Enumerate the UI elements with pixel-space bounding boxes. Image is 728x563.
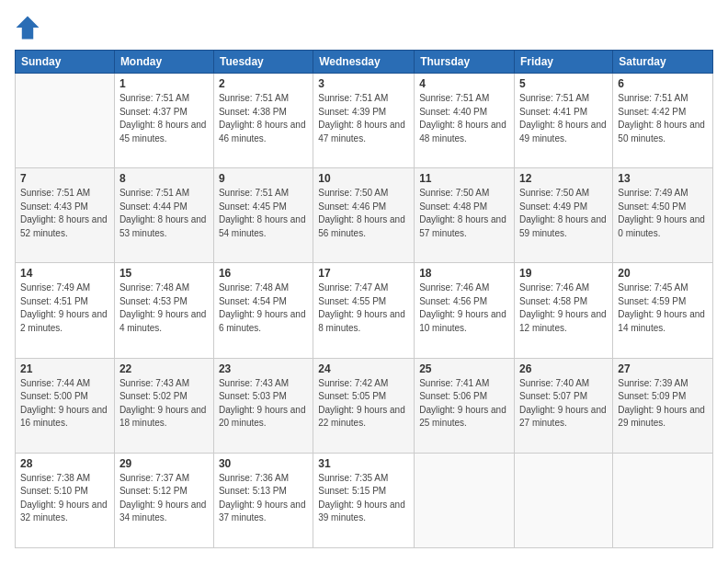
day-cell xyxy=(16,74,115,168)
day-cell: 2Sunrise: 7:51 AMSunset: 4:38 PMDaylight… xyxy=(213,74,313,168)
day-number: 27 xyxy=(618,362,708,375)
day-number: 1 xyxy=(119,77,209,90)
week-row-3: 14Sunrise: 7:49 AMSunset: 4:51 PMDayligh… xyxy=(16,263,713,358)
day-info: Sunrise: 7:41 AMSunset: 5:06 PMDaylight:… xyxy=(419,377,509,431)
day-cell xyxy=(515,453,613,547)
day-number: 11 xyxy=(419,172,509,185)
day-cell: 18Sunrise: 7:46 AMSunset: 4:56 PMDayligh… xyxy=(415,263,515,358)
day-cell: 17Sunrise: 7:47 AMSunset: 4:55 PMDayligh… xyxy=(313,263,415,358)
week-row-1: 1Sunrise: 7:51 AMSunset: 4:37 PMDaylight… xyxy=(16,74,713,168)
day-number: 30 xyxy=(219,457,308,470)
day-cell: 27Sunrise: 7:39 AMSunset: 5:09 PMDayligh… xyxy=(613,358,713,453)
header xyxy=(15,15,713,40)
day-number: 15 xyxy=(119,267,209,280)
day-info: Sunrise: 7:43 AMSunset: 5:03 PMDaylight:… xyxy=(219,377,308,431)
day-number: 13 xyxy=(618,172,708,185)
day-number: 17 xyxy=(318,267,409,280)
day-info: Sunrise: 7:48 AMSunset: 4:54 PMDaylight:… xyxy=(219,282,308,335)
day-cell: 9Sunrise: 7:51 AMSunset: 4:45 PMDaylight… xyxy=(213,168,313,263)
day-number: 3 xyxy=(318,77,409,90)
day-number: 14 xyxy=(20,267,109,280)
day-info: Sunrise: 7:51 AMSunset: 4:40 PMDaylight:… xyxy=(419,92,509,145)
day-number: 12 xyxy=(519,172,608,185)
day-cell: 20Sunrise: 7:45 AMSunset: 4:59 PMDayligh… xyxy=(613,263,713,358)
day-number: 16 xyxy=(219,267,308,280)
day-info: Sunrise: 7:38 AMSunset: 5:10 PMDaylight:… xyxy=(20,472,109,525)
day-number: 24 xyxy=(318,362,409,375)
day-number: 4 xyxy=(419,77,509,90)
day-info: Sunrise: 7:37 AMSunset: 5:12 PMDaylight:… xyxy=(119,472,209,525)
header-row: SundayMondayTuesdayWednesdayThursdayFrid… xyxy=(16,51,713,74)
day-number: 20 xyxy=(618,267,708,280)
day-number: 31 xyxy=(318,457,409,470)
day-info: Sunrise: 7:46 AMSunset: 4:58 PMDaylight:… xyxy=(519,282,608,335)
day-cell: 3Sunrise: 7:51 AMSunset: 4:39 PMDaylight… xyxy=(313,74,415,168)
day-number: 29 xyxy=(119,457,209,470)
day-number: 6 xyxy=(618,77,708,90)
day-cell: 8Sunrise: 7:51 AMSunset: 4:44 PMDaylight… xyxy=(114,168,213,263)
day-info: Sunrise: 7:42 AMSunset: 5:05 PMDaylight:… xyxy=(318,377,409,431)
day-info: Sunrise: 7:44 AMSunset: 5:00 PMDaylight:… xyxy=(20,377,109,431)
day-number: 18 xyxy=(419,267,509,280)
day-number: 26 xyxy=(519,362,608,375)
day-cell xyxy=(415,453,515,547)
week-row-5: 28Sunrise: 7:38 AMSunset: 5:10 PMDayligh… xyxy=(16,453,713,547)
day-cell: 23Sunrise: 7:43 AMSunset: 5:03 PMDayligh… xyxy=(213,358,313,453)
day-number: 23 xyxy=(219,362,308,375)
day-info: Sunrise: 7:40 AMSunset: 5:07 PMDaylight:… xyxy=(519,377,608,431)
day-cell: 21Sunrise: 7:44 AMSunset: 5:00 PMDayligh… xyxy=(16,358,115,453)
day-cell: 7Sunrise: 7:51 AMSunset: 4:43 PMDaylight… xyxy=(16,168,115,263)
day-info: Sunrise: 7:51 AMSunset: 4:41 PMDaylight:… xyxy=(519,92,608,145)
day-info: Sunrise: 7:50 AMSunset: 4:49 PMDaylight:… xyxy=(519,187,608,240)
svg-marker-0 xyxy=(17,17,40,40)
day-cell: 5Sunrise: 7:51 AMSunset: 4:41 PMDaylight… xyxy=(515,74,613,168)
day-info: Sunrise: 7:50 AMSunset: 4:48 PMDaylight:… xyxy=(419,187,509,240)
day-info: Sunrise: 7:51 AMSunset: 4:45 PMDaylight:… xyxy=(219,187,308,240)
header-cell-friday: Friday xyxy=(515,51,613,74)
header-cell-thursday: Thursday xyxy=(415,51,515,74)
day-number: 9 xyxy=(219,172,308,185)
day-cell: 12Sunrise: 7:50 AMSunset: 4:49 PMDayligh… xyxy=(515,168,613,263)
page: SundayMondayTuesdayWednesdayThursdayFrid… xyxy=(0,0,728,563)
day-info: Sunrise: 7:48 AMSunset: 4:53 PMDaylight:… xyxy=(119,282,209,335)
logo-icon xyxy=(15,15,40,40)
day-number: 28 xyxy=(20,457,109,470)
day-cell: 26Sunrise: 7:40 AMSunset: 5:07 PMDayligh… xyxy=(515,358,613,453)
day-cell: 24Sunrise: 7:42 AMSunset: 5:05 PMDayligh… xyxy=(313,358,415,453)
day-cell: 10Sunrise: 7:50 AMSunset: 4:46 PMDayligh… xyxy=(313,168,415,263)
day-cell: 16Sunrise: 7:48 AMSunset: 4:54 PMDayligh… xyxy=(213,263,313,358)
day-info: Sunrise: 7:36 AMSunset: 5:13 PMDaylight:… xyxy=(219,472,308,525)
day-cell: 4Sunrise: 7:51 AMSunset: 4:40 PMDaylight… xyxy=(415,74,515,168)
day-cell: 31Sunrise: 7:35 AMSunset: 5:15 PMDayligh… xyxy=(313,453,415,547)
day-info: Sunrise: 7:51 AMSunset: 4:37 PMDaylight:… xyxy=(119,92,209,145)
day-info: Sunrise: 7:47 AMSunset: 4:55 PMDaylight:… xyxy=(318,282,409,335)
day-number: 2 xyxy=(219,77,308,90)
day-cell: 19Sunrise: 7:46 AMSunset: 4:58 PMDayligh… xyxy=(515,263,613,358)
day-info: Sunrise: 7:46 AMSunset: 4:56 PMDaylight:… xyxy=(419,282,509,335)
day-number: 7 xyxy=(20,172,109,185)
day-cell: 13Sunrise: 7:49 AMSunset: 4:50 PMDayligh… xyxy=(613,168,713,263)
day-cell: 11Sunrise: 7:50 AMSunset: 4:48 PMDayligh… xyxy=(415,168,515,263)
day-number: 21 xyxy=(20,362,109,375)
day-info: Sunrise: 7:49 AMSunset: 4:50 PMDaylight:… xyxy=(618,187,708,240)
week-row-4: 21Sunrise: 7:44 AMSunset: 5:00 PMDayligh… xyxy=(16,358,713,453)
day-info: Sunrise: 7:51 AMSunset: 4:38 PMDaylight:… xyxy=(219,92,308,145)
day-cell: 28Sunrise: 7:38 AMSunset: 5:10 PMDayligh… xyxy=(16,453,115,547)
day-info: Sunrise: 7:51 AMSunset: 4:43 PMDaylight:… xyxy=(20,187,109,240)
day-cell: 30Sunrise: 7:36 AMSunset: 5:13 PMDayligh… xyxy=(213,453,313,547)
day-info: Sunrise: 7:43 AMSunset: 5:02 PMDaylight:… xyxy=(119,377,209,431)
day-info: Sunrise: 7:51 AMSunset: 4:39 PMDaylight:… xyxy=(318,92,409,145)
day-number: 25 xyxy=(419,362,509,375)
day-info: Sunrise: 7:51 AMSunset: 4:44 PMDaylight:… xyxy=(119,187,209,240)
day-number: 22 xyxy=(119,362,209,375)
day-info: Sunrise: 7:39 AMSunset: 5:09 PMDaylight:… xyxy=(618,377,708,431)
day-info: Sunrise: 7:45 AMSunset: 4:59 PMDaylight:… xyxy=(618,282,708,335)
day-cell: 22Sunrise: 7:43 AMSunset: 5:02 PMDayligh… xyxy=(114,358,213,453)
day-info: Sunrise: 7:51 AMSunset: 4:42 PMDaylight:… xyxy=(618,92,708,145)
logo xyxy=(15,15,44,40)
day-cell xyxy=(613,453,713,547)
day-number: 8 xyxy=(119,172,209,185)
week-row-2: 7Sunrise: 7:51 AMSunset: 4:43 PMDaylight… xyxy=(16,168,713,263)
day-cell: 6Sunrise: 7:51 AMSunset: 4:42 PMDaylight… xyxy=(613,74,713,168)
day-cell: 15Sunrise: 7:48 AMSunset: 4:53 PMDayligh… xyxy=(114,263,213,358)
